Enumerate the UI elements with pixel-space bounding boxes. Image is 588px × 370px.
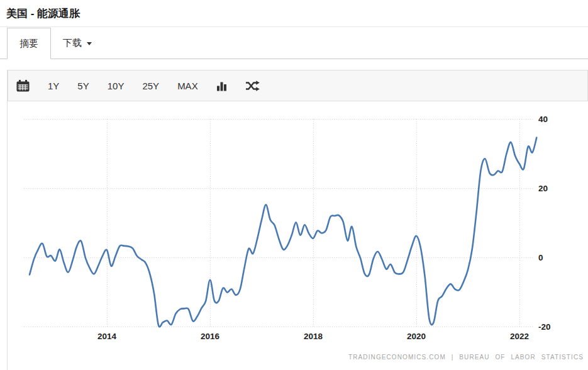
shuffle-compare-icon bbox=[245, 81, 260, 91]
y-axis-label: 20 bbox=[538, 184, 548, 193]
x-axis-label: 2014 bbox=[97, 332, 117, 341]
x-axis-label: 2022 bbox=[510, 332, 529, 341]
x-axis-label: 2020 bbox=[407, 332, 426, 341]
page-header: 美国 - 能源通胀 bbox=[0, 0, 588, 27]
tab-download-label: 下载 bbox=[63, 37, 82, 49]
tab-download[interactable]: 下载 bbox=[51, 27, 104, 59]
y-axis-label: 0 bbox=[538, 253, 543, 262]
x-axis-label: 2016 bbox=[201, 332, 220, 341]
y-axis-label: 40 bbox=[538, 115, 548, 124]
column-chart-icon bbox=[216, 81, 227, 91]
range-button-10y[interactable]: 10Y bbox=[108, 81, 125, 91]
series-line bbox=[30, 138, 536, 327]
page-title: 美国 - 能源通胀 bbox=[6, 6, 80, 21]
chart-area: 40200-2020142016201820202022 TRADINGECON… bbox=[8, 103, 588, 361]
chevron-down-icon bbox=[87, 42, 92, 45]
range-button-25y[interactable]: 25Y bbox=[142, 81, 159, 91]
chart[interactable]: 40200-2020142016201820202022 bbox=[8, 103, 588, 353]
range-buttons: 1Y5Y10Y25YMAX bbox=[48, 81, 198, 91]
tab-summary[interactable]: 摘要 bbox=[7, 28, 51, 59]
tab-bar: 摘要 下载 bbox=[0, 27, 588, 59]
range-button-1y[interactable]: 1Y bbox=[48, 81, 59, 91]
range-button-5y[interactable]: 5Y bbox=[77, 81, 89, 91]
chart-type-button[interactable] bbox=[216, 81, 227, 91]
calendar-button[interactable] bbox=[16, 80, 30, 92]
calendar-icon bbox=[16, 80, 30, 92]
content-pane: 1Y5Y10Y25YMAX 40200-20201420162018202020… bbox=[7, 70, 588, 370]
compare-button[interactable] bbox=[245, 81, 260, 91]
x-axis-label: 2018 bbox=[304, 332, 323, 341]
y-axis-label: -20 bbox=[538, 322, 551, 332]
range-button-max[interactable]: MAX bbox=[177, 81, 198, 91]
tab-summary-label: 摘要 bbox=[19, 38, 38, 50]
chart-attribution: TRADINGECONOMICS.COM | BUREAU OF LABOR S… bbox=[8, 354, 588, 361]
chart-toolbar: 1Y5Y10Y25YMAX bbox=[8, 70, 588, 101]
